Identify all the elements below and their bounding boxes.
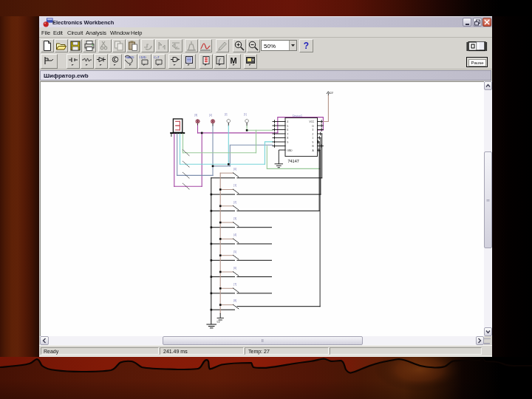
svg-text:5: 5 <box>287 125 289 128</box>
svg-text:[1]: [1] <box>244 113 247 116</box>
svg-text:9: 9 <box>313 141 314 144</box>
svg-text:[4]: [4] <box>209 114 212 117</box>
svg-text:1: 1 <box>313 137 314 140</box>
svg-text:[2]: [2] <box>225 113 228 116</box>
svg-text:f: f <box>219 58 222 64</box>
svg-text:2: 2 <box>313 133 314 136</box>
svg-text:[8]: [8] <box>195 114 198 117</box>
svg-text:[0]: [0] <box>233 168 236 171</box>
svg-text:C+T: C+T <box>154 55 160 59</box>
svg-text:VCC: VCC <box>310 120 315 123</box>
svg-text:[3]: [3] <box>233 217 236 220</box>
svg-text:[8]: [8] <box>233 299 236 302</box>
svg-text:I D/D: I D/D <box>140 55 146 59</box>
svg-text:[1]: [1] <box>233 184 236 187</box>
svg-text:6: 6 <box>287 129 289 132</box>
svg-text:[6]: [6] <box>233 267 236 270</box>
svg-text:7: 7 <box>287 133 289 136</box>
svg-text:74147: 74147 <box>288 159 299 163</box>
svg-text:[2]: [2] <box>233 201 236 204</box>
svg-text:Device1: Device1 <box>293 115 302 117</box>
svg-text:GND: GND <box>287 149 293 152</box>
svg-text:[4]: [4] <box>233 233 236 236</box>
svg-text:4: 4 <box>287 120 289 123</box>
svg-text:5V: 5V <box>330 92 334 95</box>
svg-text:M: M <box>231 56 237 65</box>
svg-text:B: B <box>313 145 314 148</box>
svg-text:[5]: [5] <box>233 250 236 253</box>
svg-text:8: 8 <box>287 137 289 140</box>
svg-text:9: 9 <box>287 141 289 144</box>
svg-text:3: 3 <box>313 129 314 132</box>
svg-text:5V: 5V <box>217 321 221 324</box>
svg-text:[7]: [7] <box>233 283 236 286</box>
